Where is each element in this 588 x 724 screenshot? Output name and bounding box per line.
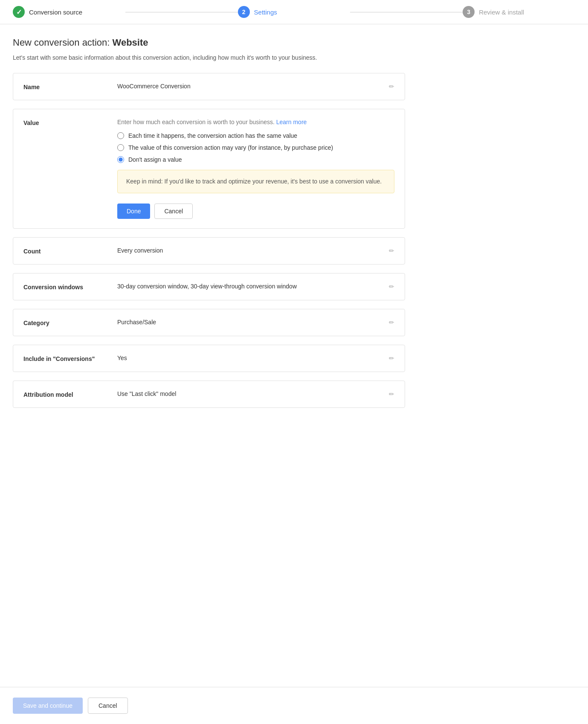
pencil-icon-include: [389, 355, 394, 362]
radio-vary-value[interactable]: [117, 144, 124, 151]
step-review-install: 3 Review & install: [463, 6, 575, 18]
conversion-windows-label: Conversion windows: [23, 283, 117, 291]
step-settings: 2 Settings: [238, 6, 350, 18]
warning-text: Keep in mind: If you'd like to track and…: [126, 178, 382, 185]
value-content: Enter how much each conversion is worth …: [117, 119, 394, 219]
count-card: Count Every conversion: [13, 237, 405, 265]
attribution-model-row: Attribution model Use "Last click" model: [13, 381, 405, 407]
name-label: Name: [23, 83, 117, 90]
radio-option-vary: The value of this conversion action may …: [117, 144, 394, 151]
category-label: Category: [23, 319, 117, 326]
stepper: Conversion source 2 Settings 3 Review & …: [0, 0, 588, 24]
count-label: Count: [23, 247, 117, 255]
conversion-windows-edit-button[interactable]: [389, 283, 394, 291]
page-title-emphasis: Website: [113, 37, 148, 48]
attribution-model-edit-button[interactable]: [389, 390, 394, 398]
radio-vary-label[interactable]: The value of this conversion action may …: [128, 144, 333, 151]
step-label-1: Conversion source: [29, 9, 82, 16]
count-edit-button[interactable]: [389, 247, 394, 255]
step-label-3: Review & install: [479, 9, 524, 16]
check-icon: [16, 8, 22, 16]
count-value: Every conversion: [117, 247, 382, 254]
include-conversions-card: Include in "Conversions" Yes: [13, 345, 405, 372]
value-card: Value Enter how much each conversion is …: [13, 109, 405, 229]
pencil-icon-windows: [389, 283, 394, 290]
name-value: WooCommerce Conversion: [117, 83, 382, 90]
pencil-icon-count: [389, 247, 394, 254]
cancel-value-button[interactable]: Cancel: [154, 204, 193, 219]
include-conversions-edit-button[interactable]: [389, 355, 394, 362]
category-row: Category Purchase/Sale: [13, 309, 405, 336]
page-title: New conversion action: Website: [13, 37, 405, 48]
step-label-2: Settings: [254, 9, 277, 16]
step-connector-2: [350, 12, 463, 12]
step-conversion-source: Conversion source: [13, 6, 125, 18]
category-value: Purchase/Sale: [117, 319, 382, 326]
name-edit-button[interactable]: [389, 83, 394, 90]
warning-box: Keep in mind: If you'd like to track and…: [117, 170, 394, 193]
value-btn-group: Done Cancel: [117, 204, 394, 219]
value-label: Value: [23, 119, 117, 126]
main-content: New conversion action: Website Let's sta…: [0, 24, 418, 442]
name-row: Name WooCommerce Conversion: [13, 73, 405, 100]
save-continue-button[interactable]: Save and continue: [13, 698, 83, 714]
page-title-prefix: New conversion action:: [13, 37, 113, 48]
pencil-icon-name: [389, 83, 394, 90]
pencil-icon-category: [389, 319, 394, 326]
step-circle-1: [13, 6, 25, 18]
include-conversions-row: Include in "Conversions" Yes: [13, 345, 405, 372]
step-number-2: 2: [242, 9, 246, 15]
learn-more-link[interactable]: Learn more: [276, 119, 307, 125]
cancel-bottom-button[interactable]: Cancel: [88, 698, 128, 714]
conversion-windows-value: 30-day conversion window, 30-day view-th…: [117, 283, 382, 290]
count-row: Count Every conversion: [13, 238, 405, 264]
radio-none-value[interactable]: [117, 156, 124, 163]
radio-same-label[interactable]: Each time it happens, the conversion act…: [128, 132, 297, 139]
name-card: Name WooCommerce Conversion: [13, 73, 405, 100]
page-subtitle: Let's start with some basic information …: [13, 54, 405, 61]
conversion-windows-card: Conversion windows 30-day conversion win…: [13, 273, 405, 300]
attribution-model-label: Attribution model: [23, 390, 117, 398]
radio-option-none: Don't assign a value: [117, 156, 394, 163]
include-conversions-value: Yes: [117, 355, 382, 361]
bottom-actions: Save and continue Cancel: [0, 687, 588, 724]
category-edit-button[interactable]: [389, 319, 394, 326]
attribution-model-card: Attribution model Use "Last click" model: [13, 381, 405, 408]
step-circle-3: 3: [463, 6, 475, 18]
done-button[interactable]: Done: [117, 204, 150, 219]
value-description-text: Enter how much each conversion is worth …: [117, 119, 275, 125]
value-description: Enter how much each conversion is worth …: [117, 119, 394, 125]
radio-none-label[interactable]: Don't assign a value: [128, 156, 182, 163]
pencil-icon-attribution: [389, 390, 394, 398]
step-connector-1: [125, 12, 238, 12]
attribution-model-value: Use "Last click" model: [117, 390, 382, 397]
step-number-3: 3: [467, 9, 470, 15]
radio-option-same: Each time it happens, the conversion act…: [117, 132, 394, 139]
include-conversions-label: Include in "Conversions": [23, 355, 117, 362]
category-card: Category Purchase/Sale: [13, 309, 405, 336]
value-row: Value Enter how much each conversion is …: [13, 109, 405, 228]
radio-same-value[interactable]: [117, 132, 124, 139]
step-circle-2: 2: [238, 6, 250, 18]
conversion-windows-row: Conversion windows 30-day conversion win…: [13, 273, 405, 300]
